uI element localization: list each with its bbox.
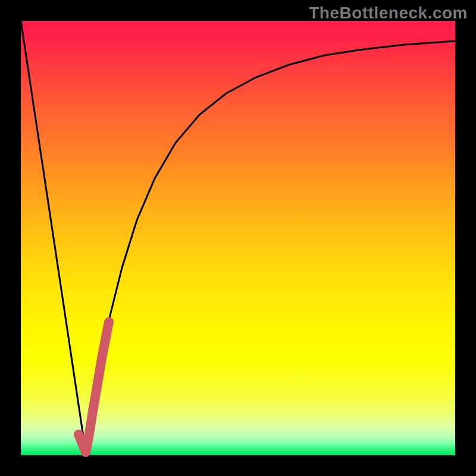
watermark-text: TheBottleneck.com [309,4,468,23]
bottleneck-chart [0,0,476,476]
chart-frame: TheBottleneck.com [0,0,476,476]
